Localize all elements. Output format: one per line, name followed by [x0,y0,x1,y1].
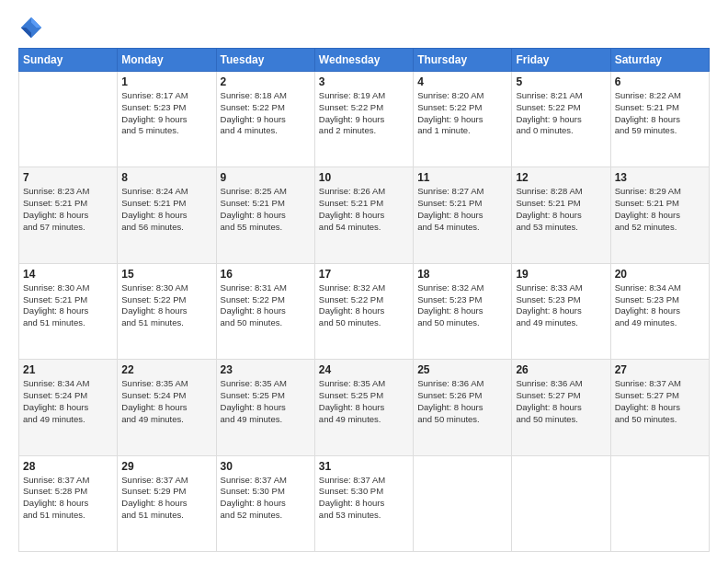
calendar-cell: 22Sunrise: 8:35 AM Sunset: 5:24 PM Dayli… [118,360,216,455]
calendar-cell: 9Sunrise: 8:25 AM Sunset: 5:21 PM Daylig… [216,167,314,263]
cell-info: Sunrise: 8:34 AM Sunset: 5:24 PM Dayligh… [23,378,113,425]
day-number: 5 [516,75,606,88]
page: SundayMondayTuesdayWednesdayThursdayFrid… [0,0,728,563]
cell-info: Sunrise: 8:23 AM Sunset: 5:21 PM Dayligh… [23,186,113,233]
header-day-saturday: Saturday [610,49,709,72]
cell-info: Sunrise: 8:35 AM Sunset: 5:24 PM Dayligh… [121,378,211,425]
calendar-cell: 13Sunrise: 8:29 AM Sunset: 5:21 PM Dayli… [610,167,709,263]
cell-info: Sunrise: 8:35 AM Sunset: 5:25 PM Dayligh… [319,378,409,425]
calendar-cell: 26Sunrise: 8:36 AM Sunset: 5:27 PM Dayli… [512,360,610,455]
calendar-cell: 2Sunrise: 8:18 AM Sunset: 5:22 PM Daylig… [216,72,314,167]
calendar-cell: 7Sunrise: 8:23 AM Sunset: 5:21 PM Daylig… [19,167,118,263]
cell-info: Sunrise: 8:37 AM Sunset: 5:30 PM Dayligh… [221,475,311,522]
cell-info: Sunrise: 8:29 AM Sunset: 5:21 PM Dayligh… [615,186,705,233]
cell-info: Sunrise: 8:33 AM Sunset: 5:23 PM Dayligh… [516,282,606,329]
day-number: 23 [221,363,311,376]
day-number: 27 [615,363,705,376]
calendar-table: SundayMondayTuesdayWednesdayThursdayFrid… [18,48,710,552]
calendar-header-row: SundayMondayTuesdayWednesdayThursdayFrid… [19,49,710,72]
cell-info: Sunrise: 8:37 AM Sunset: 5:30 PM Dayligh… [319,475,409,522]
calendar-week-row: 7Sunrise: 8:23 AM Sunset: 5:21 PM Daylig… [19,167,710,263]
day-number: 18 [417,268,507,281]
day-number: 16 [221,268,311,281]
header [18,15,710,40]
cell-info: Sunrise: 8:37 AM Sunset: 5:28 PM Dayligh… [23,475,113,522]
calendar-cell: 20Sunrise: 8:34 AM Sunset: 5:23 PM Dayli… [610,263,709,359]
day-number: 17 [319,268,409,281]
day-number: 20 [615,268,705,281]
day-number: 4 [417,75,507,88]
cell-info: Sunrise: 8:22 AM Sunset: 5:21 PM Dayligh… [615,90,705,137]
cell-info: Sunrise: 8:32 AM Sunset: 5:22 PM Dayligh… [319,282,409,329]
day-number: 22 [121,363,211,376]
calendar-cell: 24Sunrise: 8:35 AM Sunset: 5:25 PM Dayli… [314,360,413,455]
logo-icon [18,15,44,40]
day-number: 30 [221,460,311,473]
calendar-cell: 25Sunrise: 8:36 AM Sunset: 5:26 PM Dayli… [414,360,512,455]
day-number: 13 [615,171,705,184]
logo [18,15,48,40]
cell-info: Sunrise: 8:25 AM Sunset: 5:21 PM Dayligh… [221,186,311,233]
cell-info: Sunrise: 8:26 AM Sunset: 5:21 PM Dayligh… [319,186,409,233]
cell-info: Sunrise: 8:19 AM Sunset: 5:22 PM Dayligh… [319,90,409,137]
calendar-cell: 12Sunrise: 8:28 AM Sunset: 5:21 PM Dayli… [512,167,610,263]
day-number: 28 [23,460,113,473]
calendar-cell: 10Sunrise: 8:26 AM Sunset: 5:21 PM Dayli… [314,167,413,263]
header-day-monday: Monday [118,49,216,72]
calendar-cell: 21Sunrise: 8:34 AM Sunset: 5:24 PM Dayli… [19,360,118,455]
cell-info: Sunrise: 8:34 AM Sunset: 5:23 PM Dayligh… [615,282,705,329]
day-number: 9 [221,171,311,184]
day-number: 2 [221,75,311,88]
calendar-cell: 29Sunrise: 8:37 AM Sunset: 5:29 PM Dayli… [118,455,216,551]
day-number: 8 [121,171,211,184]
day-number: 3 [319,75,409,88]
calendar-week-row: 28Sunrise: 8:37 AM Sunset: 5:28 PM Dayli… [19,455,710,551]
calendar-cell: 18Sunrise: 8:32 AM Sunset: 5:23 PM Dayli… [414,263,512,359]
calendar-cell [610,455,709,551]
calendar-cell: 27Sunrise: 8:37 AM Sunset: 5:27 PM Dayli… [610,360,709,455]
day-number: 29 [121,460,211,473]
cell-info: Sunrise: 8:36 AM Sunset: 5:27 PM Dayligh… [516,378,606,425]
header-day-friday: Friday [512,49,610,72]
calendar-week-row: 14Sunrise: 8:30 AM Sunset: 5:21 PM Dayli… [19,263,710,359]
cell-info: Sunrise: 8:31 AM Sunset: 5:22 PM Dayligh… [221,282,311,329]
day-number: 15 [121,268,211,281]
day-number: 12 [516,171,606,184]
day-number: 26 [516,363,606,376]
cell-info: Sunrise: 8:28 AM Sunset: 5:21 PM Dayligh… [516,186,606,233]
cell-info: Sunrise: 8:21 AM Sunset: 5:22 PM Dayligh… [516,90,606,137]
day-number: 21 [23,363,113,376]
calendar-cell: 28Sunrise: 8:37 AM Sunset: 5:28 PM Dayli… [19,455,118,551]
calendar-cell [19,72,118,167]
calendar-cell: 8Sunrise: 8:24 AM Sunset: 5:21 PM Daylig… [118,167,216,263]
day-number: 7 [23,171,113,184]
day-number: 25 [417,363,507,376]
calendar-cell: 11Sunrise: 8:27 AM Sunset: 5:21 PM Dayli… [414,167,512,263]
calendar-cell [512,455,610,551]
day-number: 24 [319,363,409,376]
calendar-cell: 16Sunrise: 8:31 AM Sunset: 5:22 PM Dayli… [216,263,314,359]
day-number: 19 [516,268,606,281]
header-day-thursday: Thursday [414,49,512,72]
calendar-cell: 1Sunrise: 8:17 AM Sunset: 5:23 PM Daylig… [118,72,216,167]
calendar-cell: 4Sunrise: 8:20 AM Sunset: 5:22 PM Daylig… [414,72,512,167]
cell-info: Sunrise: 8:30 AM Sunset: 5:21 PM Dayligh… [23,282,113,329]
day-number: 6 [615,75,705,88]
calendar-week-row: 1Sunrise: 8:17 AM Sunset: 5:23 PM Daylig… [19,72,710,167]
header-day-wednesday: Wednesday [314,49,413,72]
day-number: 10 [319,171,409,184]
calendar-cell: 6Sunrise: 8:22 AM Sunset: 5:21 PM Daylig… [610,72,709,167]
calendar-cell: 3Sunrise: 8:19 AM Sunset: 5:22 PM Daylig… [314,72,413,167]
cell-info: Sunrise: 8:37 AM Sunset: 5:27 PM Dayligh… [615,378,705,425]
day-number: 14 [23,268,113,281]
day-number: 1 [121,75,211,88]
calendar-cell: 30Sunrise: 8:37 AM Sunset: 5:30 PM Dayli… [216,455,314,551]
cell-info: Sunrise: 8:35 AM Sunset: 5:25 PM Dayligh… [221,378,311,425]
calendar-cell [414,455,512,551]
cell-info: Sunrise: 8:27 AM Sunset: 5:21 PM Dayligh… [417,186,507,233]
calendar-week-row: 21Sunrise: 8:34 AM Sunset: 5:24 PM Dayli… [19,360,710,455]
cell-info: Sunrise: 8:36 AM Sunset: 5:26 PM Dayligh… [417,378,507,425]
day-number: 11 [417,171,507,184]
calendar-cell: 15Sunrise: 8:30 AM Sunset: 5:22 PM Dayli… [118,263,216,359]
calendar-cell: 17Sunrise: 8:32 AM Sunset: 5:22 PM Dayli… [314,263,413,359]
